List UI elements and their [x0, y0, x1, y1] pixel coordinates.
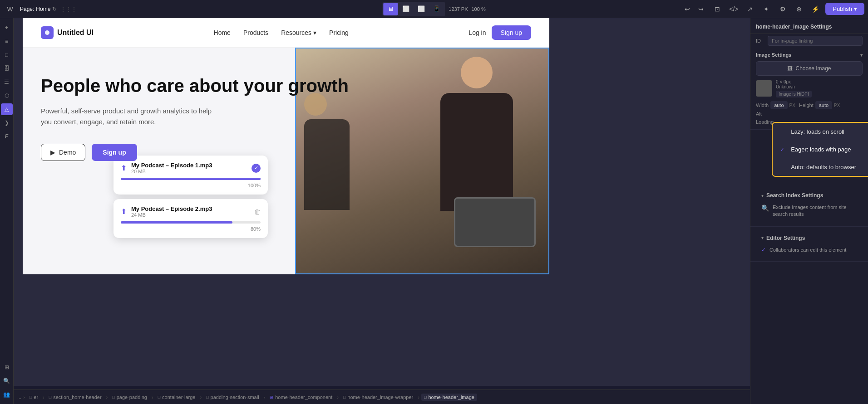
breadcrumb-item-6[interactable]: □ home-header_image-wrapper [340, 394, 416, 401]
breadcrumb-more[interactable]: ... [17, 394, 21, 400]
hero-subtitle: Powerful, self-serve product and growth … [41, 106, 222, 127]
nav-login-btn[interactable]: Log in [469, 29, 486, 36]
sidebar-cms-icon[interactable]: 🗄 [1, 63, 13, 74]
device-buttons: 🖥 ⬜ ⬜ 📱 [382, 2, 445, 16]
ai-btn[interactable]: ✦ [760, 3, 773, 15]
breadcrumb-item-2[interactable]: □ page-padding [109, 394, 150, 401]
px-display: 1237 PX [449, 6, 468, 12]
activity-btn[interactable]: ⊕ [793, 3, 805, 15]
components-btn[interactable]: ⊡ [711, 3, 724, 15]
image-settings-section: Image Settings ▾ 🖼 Choose Image 0 × 0px … [750, 48, 868, 130]
sidebar-fonts-icon[interactable]: F [1, 131, 13, 142]
redo-btn[interactable]: ↪ [695, 3, 707, 15]
image-preview-row: 0 × 0px Unknown Image is HiDPI [756, 79, 863, 97]
image-settings-header[interactable]: Image Settings ▾ [756, 52, 863, 58]
loading-option-lazy[interactable]: Lazy: loads on scroll [773, 123, 868, 141]
toolbar-right: ↩ ↪ ⊡ </> ↗ ✦ ⚙ ⊕ ⚡ Publish ▾ [681, 3, 864, 15]
settings-btn[interactable]: ⚙ [776, 3, 789, 15]
sidebar-interactions-icon[interactable]: ❯ [1, 117, 13, 129]
nav-resources[interactable]: Resources ▾ [281, 29, 316, 36]
export-btn[interactable]: ↗ [744, 3, 756, 15]
logo-text: Untitled UI [57, 29, 94, 37]
webflow-logo-btn[interactable]: W [4, 3, 16, 15]
sidebar-components-icon[interactable]: ⬡ [1, 90, 13, 102]
nav-pricing[interactable]: Pricing [329, 29, 349, 36]
site-nav-links: Home Products Resources ▾ Pricing [214, 29, 349, 36]
editor-collab-item: ✓ Collaborators can edit this element [756, 245, 863, 257]
svg-point-0 [45, 30, 49, 35]
search-index-exclude: 🔍 Exclude Images content from site searc… [756, 202, 863, 222]
search-index-section: ▾ Search Index Settings 🔍 Exclude Images… [750, 184, 868, 227]
choose-image-btn[interactable]: 🖼 Choose Image [756, 61, 863, 76]
mobile-landscape-btn[interactable]: ⬜ [414, 3, 429, 15]
desktop-btn[interactable]: 🖥 [383, 3, 398, 15]
lightning-btn[interactable]: ⚡ [809, 3, 822, 15]
search-index-header[interactable]: ▾ Search Index Settings [756, 189, 863, 202]
sidebar-style-icon[interactable]: △ [1, 103, 13, 115]
height-value: auto [815, 101, 832, 109]
mobile-btn[interactable]: 📱 [429, 3, 444, 15]
undo-btn[interactable]: ↩ [681, 3, 694, 15]
dims-row: Width auto PX Height auto PX [756, 101, 863, 109]
hero-buttons: ▶ Demo Sign up [41, 144, 531, 161]
site-logo: Untitled UI [41, 26, 94, 39]
editor-check-icon: ✓ [761, 247, 766, 253]
width-value: auto [770, 101, 787, 109]
width-group: Width auto PX [756, 101, 795, 109]
loading-row: Loading Lazy: loads on scroll ✓ Eager: l… [756, 119, 863, 125]
hero-section: People who care about your growth Powerf… [23, 48, 549, 274]
logo-icon [41, 26, 54, 39]
publish-button[interactable]: Publish ▾ [825, 3, 864, 15]
loading-option-auto[interactable]: Auto: defaults to browser [773, 158, 868, 176]
website-preview: Untitled UI Home Products Resources ▾ Pr… [23, 18, 549, 274]
top-toolbar: W Page: Home ↻ ⋮⋮⋮ 🖥 ⬜ ⬜ 📱 1237 PX 100 %… [0, 0, 868, 18]
id-input[interactable] [768, 36, 863, 46]
breadcrumb-bar: ... › □ er › □ section_home-header › □ p… [14, 389, 750, 404]
breadcrumb-item-7[interactable]: □ home-header_image [421, 394, 477, 401]
sidebar-assets-icon[interactable]: □ [1, 49, 13, 61]
breadcrumb-item-3[interactable]: □ container-large [155, 394, 198, 401]
panel-title: home-header_image Settings [750, 18, 868, 34]
sidebar-layers-icon[interactable]: ≡ [1, 35, 13, 47]
editor-settings-section: ▾ Editor Settings ✓ Collaborators can ed… [750, 227, 868, 262]
img-thumbnail [756, 80, 772, 97]
site-nav: Untitled UI Home Products Resources ▾ Pr… [23, 18, 549, 48]
sidebar-search-icon[interactable]: 🔍 [1, 375, 13, 387]
hero-title: People who care about your growth [41, 75, 531, 97]
nav-home[interactable]: Home [214, 29, 231, 36]
hero-left: People who care about your growth Powerf… [23, 48, 549, 274]
right-panel: home-header_image Settings ID Image Sett… [750, 18, 868, 404]
undo-redo-group: ↩ ↪ [681, 3, 707, 15]
breadcrumb-item-1[interactable]: □ section_home-header [46, 394, 104, 401]
id-label: ID [756, 38, 765, 44]
editor-collab-text: Collaborators can edit this element [769, 247, 846, 253]
nav-signup-btn[interactable]: Sign up [492, 25, 531, 40]
zoom-display: 100 % [472, 6, 486, 12]
sidebar-apps-icon[interactable]: ⊞ [1, 361, 13, 373]
img-badge: Image is HiDPI [776, 91, 812, 97]
sidebar-add-icon[interactable]: + [1, 22, 13, 34]
nav-products[interactable]: Products [243, 29, 268, 36]
page-label: Page: Home ↻ [20, 6, 57, 12]
demo-btn[interactable]: ▶ Demo [41, 144, 85, 161]
id-row: ID [750, 34, 868, 48]
left-sidebar: + ≡ □ 🗄 ☰ ⬡ △ ❯ F ⊞ 🔍 👥 [0, 18, 14, 404]
sidebar-users-icon[interactable]: 👥 [1, 389, 13, 400]
editor-settings-header[interactable]: ▾ Editor Settings [756, 231, 863, 245]
toolbar-left: W Page: Home ↻ ⋮⋮⋮ [4, 3, 77, 15]
alt-row: Alt [756, 111, 863, 117]
breadcrumb-item-5[interactable]: ⊞ home-header_component [267, 394, 335, 401]
tablet-btn[interactable]: ⬜ [399, 3, 413, 15]
breadcrumb-item-0[interactable]: □ er [27, 394, 41, 401]
code-btn[interactable]: </> [727, 3, 740, 15]
loading-dropdown-overlay: Lazy: loads on scroll ✓ Eager: loads wit… [772, 122, 868, 177]
loading-option-eager[interactable]: ✓ Eager: loads with page [773, 141, 868, 158]
height-group: Height auto PX [799, 101, 840, 109]
search-index-exclude-text: Exclude Images content from site search … [773, 204, 857, 218]
image-settings-collapse: ▾ [860, 53, 863, 58]
signup-hero-btn[interactable]: Sign up [92, 144, 137, 161]
breadcrumb-item-4[interactable]: □ padding-section-small [203, 394, 261, 401]
sidebar-pages-icon[interactable]: ☰ [1, 76, 13, 88]
search-index-icon: 🔍 [761, 204, 769, 212]
site-nav-actions: Log in Sign up [469, 25, 531, 40]
